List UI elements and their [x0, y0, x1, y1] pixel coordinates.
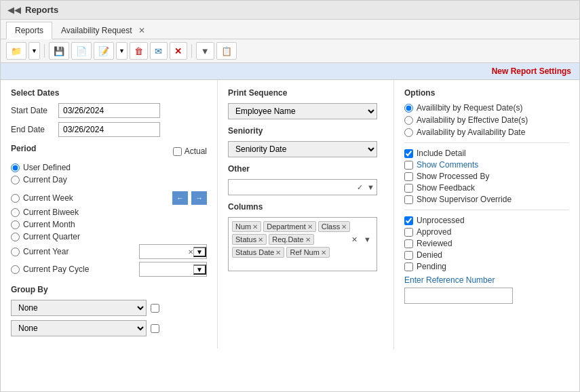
reviewed-checkbox[interactable]	[404, 239, 413, 248]
show-feedback-checkbox[interactable]	[404, 184, 413, 193]
actual-checkbox[interactable]	[173, 147, 182, 156]
reference-label: Enter Reference Number	[404, 275, 569, 285]
period-current-week-label: Current Week	[23, 193, 73, 203]
period-current-year-row: Current Year ✕ ▼	[11, 244, 207, 259]
group-by-select-2[interactable]: None	[11, 320, 147, 336]
group-by-select-1[interactable]: None	[11, 300, 147, 316]
radio-by-availability-date[interactable]	[404, 128, 413, 137]
end-date-input[interactable]	[58, 122, 160, 137]
delete-button[interactable]: 🗑	[130, 42, 148, 60]
start-date-label: Start Date	[11, 106, 58, 115]
period-user-defined-label: User Defined	[23, 163, 71, 172]
tab-close-button[interactable]: ✕	[138, 26, 145, 35]
period-current-day: Current Day	[11, 175, 207, 184]
unprocessed-checkbox[interactable]	[404, 216, 413, 225]
pending-label: Pending	[417, 262, 446, 271]
filter-button[interactable]: ▼	[196, 42, 214, 60]
include-detail-checkbox[interactable]	[404, 149, 413, 158]
include-detail-label: Include Detail	[417, 149, 466, 158]
columns-tag-row-1: Num ✕ Department ✕ Class ✕	[232, 221, 373, 232]
tag-department: Department ✕	[263, 221, 315, 232]
columns-clear-button[interactable]: ✕	[349, 234, 360, 245]
option-by-request-date: Availilbity by Request Date(s)	[404, 103, 569, 113]
tab-reports[interactable]: Reports	[6, 22, 52, 39]
radio-current-year[interactable]	[11, 248, 20, 256]
week-forward-button[interactable]: →	[191, 191, 207, 205]
check-denied: Denied	[404, 250, 569, 260]
print-sequence-select[interactable]: Employee Name Employee ID Department	[228, 103, 377, 119]
period-current-pay-cycle-row: Current Pay Cycle ▼	[11, 262, 207, 277]
pay-cycle-dropdown-button[interactable]: ▼	[193, 264, 206, 275]
columns-tag-row-2: Status ✕ Req.Date ✕ ✕ ▼	[232, 234, 373, 245]
group-by-check-1[interactable]	[151, 304, 159, 313]
seniority-select[interactable]: Seniority Date Hire Date	[228, 141, 377, 157]
dropdown-arrow-folder[interactable]: ▼	[28, 42, 40, 60]
radio-current-week[interactable]	[11, 194, 20, 203]
seniority-title: Seniority	[228, 126, 383, 136]
year-dropdown-button[interactable]: ▼	[193, 247, 206, 257]
tag-req-date-remove[interactable]: ✕	[305, 236, 311, 243]
other-title: Other	[228, 164, 383, 174]
start-date-input[interactable]	[58, 103, 160, 118]
save-button[interactable]: 💾	[49, 42, 69, 60]
reference-input[interactable]	[404, 288, 513, 304]
copy-button[interactable]: 📄	[71, 42, 92, 60]
radio-user-defined[interactable]	[11, 163, 20, 172]
folder-button[interactable]: 📁	[6, 42, 26, 60]
tag-ref-num: Ref Num ✕	[286, 247, 329, 258]
group-by-section: Group By None None	[11, 285, 207, 336]
show-supervisor-override-checkbox[interactable]	[404, 195, 413, 204]
radio-current-quarter[interactable]	[11, 233, 20, 241]
actual-check-row: Actual	[173, 146, 207, 156]
tag-num: Num ✕	[232, 221, 261, 232]
radio-by-effective-date[interactable]	[404, 116, 413, 125]
close-button[interactable]: ✕	[170, 42, 187, 60]
denied-checkbox[interactable]	[404, 251, 413, 260]
toolbar: 📁 ▼ 💾 📄 📝 ▼ 🗑 ✉ ✕ ▼ 📋	[1, 39, 579, 63]
option-by-effective-date: Availability by Effective Date(s)	[404, 115, 569, 125]
option-by-availability-date: Availability by Availability Date	[404, 128, 569, 137]
period-current-week-row: Current Week ← →	[11, 191, 207, 205]
columns-dropdown-button[interactable]: ▼	[362, 234, 373, 245]
tag-department-remove[interactable]: ✕	[307, 223, 313, 231]
nav-arrows[interactable]: ◀◀	[7, 5, 21, 15]
tag-num-remove[interactable]: ✕	[252, 223, 258, 231]
new-button[interactable]: 📝	[94, 42, 114, 60]
report-button[interactable]: 📋	[216, 42, 237, 60]
status-section: Unprocessed Approved Reviewed Denied Pen…	[404, 216, 569, 271]
period-header: Period Actual	[11, 144, 207, 159]
group-by-check-2[interactable]	[151, 324, 159, 333]
other-check-button[interactable]: ✓	[355, 183, 365, 192]
radio-current-pay-cycle[interactable]	[11, 265, 20, 274]
tag-status-remove[interactable]: ✕	[258, 236, 263, 243]
week-back-button[interactable]: ←	[172, 191, 188, 205]
show-comments-label: Show Comments	[417, 160, 478, 170]
show-supervisor-override-label: Show Supervisor Override	[417, 195, 511, 204]
denied-label: Denied	[417, 250, 442, 260]
other-input[interactable]	[229, 181, 355, 193]
radio-by-request-date[interactable]	[404, 104, 413, 113]
tab-availability-request[interactable]: Availability Request ✕	[52, 22, 154, 39]
end-date-label: End Date	[11, 125, 58, 134]
tag-status-date-remove[interactable]: ✕	[275, 249, 281, 256]
actual-label: Actual	[185, 146, 207, 156]
left-column: Select Dates Start Date End Date Period …	[1, 80, 218, 349]
show-processed-by-checkbox[interactable]	[404, 172, 413, 181]
check-reviewed: Reviewed	[404, 239, 569, 248]
options-title: Options	[404, 88, 569, 98]
radio-current-day[interactable]	[11, 176, 20, 184]
year-clear-button[interactable]: ✕	[188, 248, 193, 256]
tag-class-remove[interactable]: ✕	[341, 223, 347, 231]
middle-column: Print Sequence Employee Name Employee ID…	[218, 80, 394, 349]
approved-checkbox[interactable]	[404, 228, 413, 237]
show-comments-checkbox[interactable]	[404, 161, 413, 170]
radio-current-biweek[interactable]	[11, 208, 20, 217]
show-processed-by-label: Show Processed By	[417, 172, 489, 181]
dropdown-arrow-new[interactable]: ▼	[116, 42, 128, 60]
pending-checkbox[interactable]	[404, 262, 413, 271]
tag-ref-num-remove[interactable]: ✕	[321, 249, 326, 256]
tag-class: Class ✕	[318, 221, 351, 232]
email-button[interactable]: ✉	[150, 42, 168, 60]
radio-current-month[interactable]	[11, 220, 20, 229]
other-dropdown-button[interactable]: ▼	[365, 183, 376, 191]
